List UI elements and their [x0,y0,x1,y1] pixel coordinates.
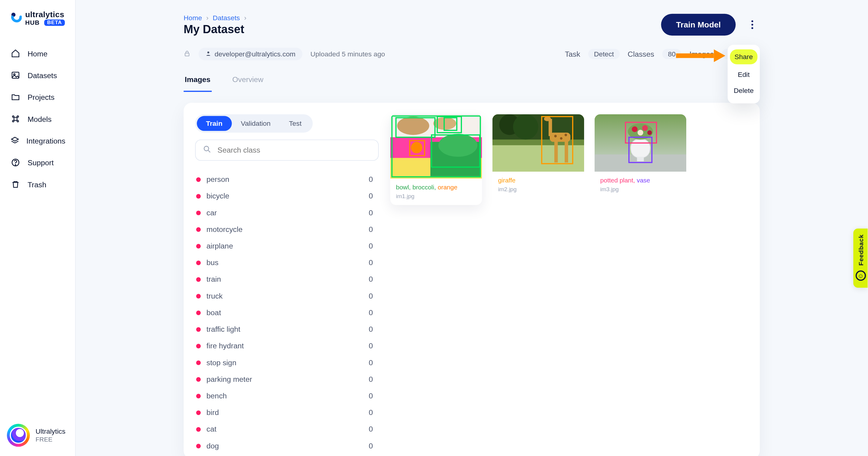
split-train[interactable]: Train [197,116,232,131]
class-row[interactable]: bird0 [195,404,375,421]
svg-rect-34 [493,145,584,172]
split-tabs: Train Validation Test [195,114,312,133]
class-row[interactable]: stop sign0 [195,354,375,371]
class-name: cat [207,425,216,434]
class-row[interactable]: bicycle0 [195,188,375,204]
class-count: 0 [369,192,373,201]
feedback-tab[interactable]: Feedback ☺ [853,229,868,288]
class-row[interactable]: bench0 [195,388,375,404]
class-list[interactable]: person0bicycle0car0motorcycle0airplane0b… [195,171,378,453]
class-name: airplane [207,242,233,251]
sidebar-item-home[interactable]: Home [0,43,75,64]
svg-rect-14 [185,53,189,56]
class-row[interactable]: airplane0 [195,238,375,254]
class-name: car [207,208,217,217]
class-name: bench [207,392,227,400]
menu-item-edit[interactable]: Edit [727,67,760,83]
class-row[interactable]: fire hydrant0 [195,338,375,354]
sidebar-item-support[interactable]: Support [0,152,75,173]
page-title: My Dataset [184,23,249,36]
more-vertical-icon [751,20,753,29]
class-count: 0 [369,325,373,334]
class-color-dot [196,244,201,248]
tab-images[interactable]: Images [184,70,212,92]
class-name: boat [207,308,221,317]
image-thumbnail [390,114,482,178]
class-color-dot [196,310,201,315]
class-count: 0 [369,392,373,400]
search-input[interactable] [218,146,371,155]
svg-point-21 [397,117,430,135]
svg-point-23 [438,134,477,157]
class-row[interactable]: dog0 [195,437,375,453]
image-card[interactable]: giraffeim2.jpg [493,114,584,198]
brand-beta-badge: BETA [44,20,65,26]
class-count: 0 [369,408,373,417]
class-row[interactable]: train0 [195,271,375,288]
sidebar-item-datasets[interactable]: Datasets [0,65,75,86]
tab-overview[interactable]: Overview [231,70,265,92]
sidebar-item-models[interactable]: Models [0,109,75,130]
svg-point-43 [560,137,562,140]
class-row[interactable]: person0 [195,171,375,188]
sidebar: ultralytics HUB BETA Home Datasets [0,0,76,456]
account-block[interactable]: Ultralytics FREE [0,416,75,456]
menu-item-share[interactable]: Share [730,50,757,64]
class-count: 0 [369,342,373,350]
image-tag: orange [438,184,457,191]
svg-point-51 [642,125,648,131]
image-filename: im3.jpg [600,186,681,192]
help-icon [10,158,21,168]
class-name: train [207,275,221,284]
brand-logo: ultralytics HUB BETA [0,10,75,37]
content-card: Train Validation Test person0bicycle0car… [184,103,760,456]
more-menu-button[interactable] [745,17,760,32]
class-row[interactable]: car0 [195,204,375,221]
search-icon [203,145,212,155]
class-count: 0 [369,208,373,217]
sidebar-item-integrations[interactable]: Integrations [0,130,75,151]
sidebar-item-label: Models [27,115,52,123]
breadcrumb-datasets[interactable]: Datasets [213,14,240,22]
svg-point-52 [638,130,643,135]
image-card[interactable]: potted plant, vaseim3.jpg [595,114,687,198]
class-color-dot [196,210,201,215]
sidebar-item-trash[interactable]: Trash [0,174,75,195]
svg-rect-33 [493,140,584,145]
breadcrumb-home[interactable]: Home [184,14,202,22]
class-count: 0 [369,375,373,383]
sidebar-item-label: Integrations [27,136,65,145]
class-row[interactable]: parking meter0 [195,371,375,388]
image-card[interactable]: bowl, broccoli, orangeim1.jpg [390,114,482,205]
class-row[interactable]: truck0 [195,288,375,304]
train-model-button[interactable]: Train Model [661,14,736,36]
svg-point-44 [564,134,567,136]
image-filename: im2.jpg [498,186,579,192]
class-color-dot [196,444,201,448]
class-row[interactable]: bus0 [195,254,375,271]
class-count: 0 [369,275,373,284]
class-row[interactable]: traffic light0 [195,321,375,338]
split-test[interactable]: Test [280,116,311,131]
class-color-dot [196,344,201,348]
search-input-wrap[interactable] [195,140,378,161]
sidebar-item-label: Home [27,49,47,58]
class-row[interactable]: cat0 [195,421,375,437]
svg-point-15 [207,52,209,53]
brand-hub: HUB [25,20,39,26]
menu-item-delete[interactable]: Delete [727,83,760,98]
image-tag: vase [637,177,650,184]
smile-icon: ☺ [856,270,866,281]
class-row[interactable]: motorcycle0 [195,221,375,238]
image-tag: bowl [396,184,409,191]
feedback-label: Feedback [858,234,864,266]
class-name: bird [207,408,219,417]
svg-point-6 [17,120,19,122]
sidebar-item-projects[interactable]: Projects [0,87,75,108]
split-validation[interactable]: Validation [232,116,280,131]
class-row[interactable]: boat0 [195,304,375,321]
owner-pill[interactable]: developer@ultralytics.com [198,48,302,60]
section-tabs: Images Overview [184,70,760,92]
svg-point-16 [204,146,209,151]
svg-point-3 [12,116,14,117]
